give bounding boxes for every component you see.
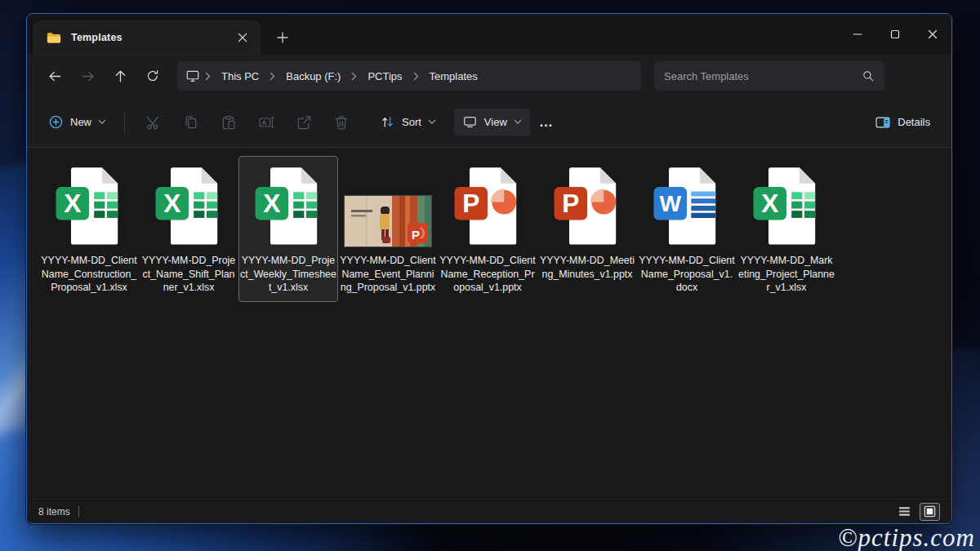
toolbar-divider bbox=[124, 112, 125, 133]
sort-arrows-icon bbox=[380, 114, 395, 130]
excel-file-icon: X bbox=[739, 160, 834, 251]
magnifier-icon bbox=[862, 69, 875, 82]
forward-arrow-icon[interactable] bbox=[71, 62, 104, 90]
svg-text:P: P bbox=[462, 189, 479, 218]
chevron-down-icon bbox=[98, 119, 106, 125]
new-button-label: New bbox=[70, 116, 91, 128]
maximize-icon[interactable] bbox=[876, 14, 914, 55]
tab-templates[interactable]: Templates bbox=[33, 20, 261, 55]
svg-text:X: X bbox=[263, 189, 280, 218]
tab-bar: Templates bbox=[27, 14, 951, 55]
chevron-right-icon bbox=[350, 72, 359, 81]
view-icon bbox=[462, 114, 478, 130]
breadcrumb-templates[interactable]: Templates bbox=[424, 68, 483, 85]
file-name: YYYY-MM-DD_ClientName_Event_Planning_Pro… bbox=[340, 254, 436, 295]
details-button-label: Details bbox=[898, 116, 930, 128]
file-item[interactable]: XYYYY-MM-DD_ClientName_Construction_Prop… bbox=[39, 156, 139, 302]
file-item[interactable]: PYYYY-MM-DD_ClientName_Event_Planning_Pr… bbox=[338, 156, 438, 302]
breadcrumb-pctips[interactable]: PCTips bbox=[362, 68, 408, 85]
powerpoint-file-icon: P bbox=[540, 160, 635, 251]
watermark: ©pctips.com bbox=[838, 523, 975, 551]
back-arrow-icon[interactable] bbox=[38, 62, 71, 90]
file-name: YYYY-MM-DD_ClientName_Proposal_v1.docx bbox=[639, 254, 735, 295]
svg-text:X: X bbox=[761, 189, 778, 218]
list-view-icon[interactable] bbox=[894, 503, 915, 521]
rename-icon[interactable] bbox=[250, 108, 283, 137]
file-name: YYYY-MM-DD_ClientName_Reception_Proposal… bbox=[439, 254, 536, 295]
close-icon[interactable] bbox=[914, 14, 951, 55]
sort-button[interactable]: Sort bbox=[372, 109, 444, 136]
svg-text:P: P bbox=[562, 189, 579, 218]
file-name: YYYY-MM-DD_Marketing_Project_Planner_v1.… bbox=[738, 254, 835, 295]
file-item[interactable]: XYYYY-MM-DD_Project_Name_Shift_Planner_v… bbox=[139, 156, 238, 302]
sort-button-label: Sort bbox=[402, 116, 421, 128]
details-button[interactable]: Details bbox=[866, 109, 938, 136]
new-tab-icon[interactable] bbox=[269, 24, 296, 51]
monitor-icon bbox=[185, 69, 200, 83]
status-bar: 8 items bbox=[27, 499, 951, 523]
refresh-icon[interactable] bbox=[136, 62, 169, 90]
minimize-icon[interactable] bbox=[839, 14, 876, 55]
file-grid: XYYYY-MM-DD_ClientName_Construction_Prop… bbox=[27, 148, 951, 499]
svg-text:X: X bbox=[163, 189, 180, 218]
file-item[interactable]: XYYYY-MM-DD_Marketing_Project_Planner_v1… bbox=[737, 156, 836, 302]
folder-icon bbox=[47, 32, 61, 44]
view-button[interactable]: View bbox=[454, 109, 530, 136]
file-name: YYYY-MM-DD_Project_Weekly_Timesheet_v1.x… bbox=[240, 254, 336, 295]
breadcrumb-backup-drive[interactable]: Backup (F:) bbox=[280, 68, 346, 85]
plus-circle-icon bbox=[48, 114, 64, 130]
excel-file-icon: X bbox=[241, 160, 336, 251]
chevron-down-icon bbox=[514, 119, 522, 125]
word-file-icon: W bbox=[639, 160, 734, 251]
chevron-right-icon bbox=[203, 72, 212, 81]
copy-icon[interactable] bbox=[175, 108, 207, 137]
breadcrumb-this-pc[interactable]: This PC bbox=[216, 68, 265, 85]
tab-close-icon[interactable] bbox=[231, 26, 254, 49]
paste-icon[interactable] bbox=[212, 108, 245, 137]
powerpoint-thumbnail: P bbox=[341, 160, 435, 251]
excel-file-icon: X bbox=[141, 160, 236, 251]
file-explorer-window: Templates bbox=[26, 13, 952, 524]
file-name: YYYY-MM-DD_Project_Name_Shift_Planner_v1… bbox=[140, 254, 237, 295]
svg-text:X: X bbox=[64, 189, 81, 218]
address-bar: This PC Backup (F:) PCTips Templates Sea… bbox=[27, 55, 951, 97]
tab-title: Templates bbox=[71, 32, 221, 43]
chevron-right-icon bbox=[412, 72, 421, 81]
details-panel-icon bbox=[875, 114, 891, 131]
share-icon[interactable] bbox=[287, 108, 320, 137]
up-arrow-icon[interactable] bbox=[104, 62, 136, 90]
file-item[interactable]: PYYYY-MM-DD_Meeting_Minutes_v1.pptx bbox=[537, 156, 637, 288]
svg-text:P: P bbox=[412, 228, 420, 242]
file-name: YYYY-MM-DD_ClientName_Construction_Propo… bbox=[41, 254, 137, 295]
file-item[interactable]: WYYYY-MM-DD_ClientName_Proposal_v1.docx bbox=[637, 156, 737, 302]
ellipsis-icon[interactable]: ... bbox=[530, 112, 563, 133]
file-item[interactable]: XYYYY-MM-DD_Project_Weekly_Timesheet_v1.… bbox=[238, 156, 338, 302]
large-icons-view-icon[interactable] bbox=[920, 503, 940, 521]
items-count: 8 items bbox=[38, 506, 70, 518]
status-divider bbox=[78, 506, 79, 517]
new-button[interactable]: New bbox=[40, 109, 114, 136]
excel-file-icon: X bbox=[42, 160, 136, 251]
cut-icon[interactable] bbox=[137, 108, 170, 137]
search-input[interactable]: Search Templates bbox=[654, 61, 884, 91]
svg-text:W: W bbox=[659, 191, 681, 216]
desktop-wallpaper: Templates bbox=[0, 0, 980, 551]
window-controls bbox=[839, 14, 951, 55]
delete-icon[interactable] bbox=[325, 108, 358, 137]
breadcrumb[interactable]: This PC Backup (F:) PCTips Templates bbox=[177, 61, 641, 91]
chevron-down-icon bbox=[428, 119, 436, 125]
view-button-label: View bbox=[484, 116, 507, 128]
file-name: YYYY-MM-DD_Meeting_Minutes_v1.pptx bbox=[539, 254, 635, 281]
command-toolbar: New bbox=[27, 97, 951, 148]
file-item[interactable]: PYYYY-MM-DD_ClientName_Reception_Proposa… bbox=[438, 156, 537, 302]
chevron-right-icon bbox=[268, 72, 277, 81]
powerpoint-file-icon: P bbox=[440, 160, 535, 251]
search-placeholder: Search Templates bbox=[664, 70, 862, 82]
